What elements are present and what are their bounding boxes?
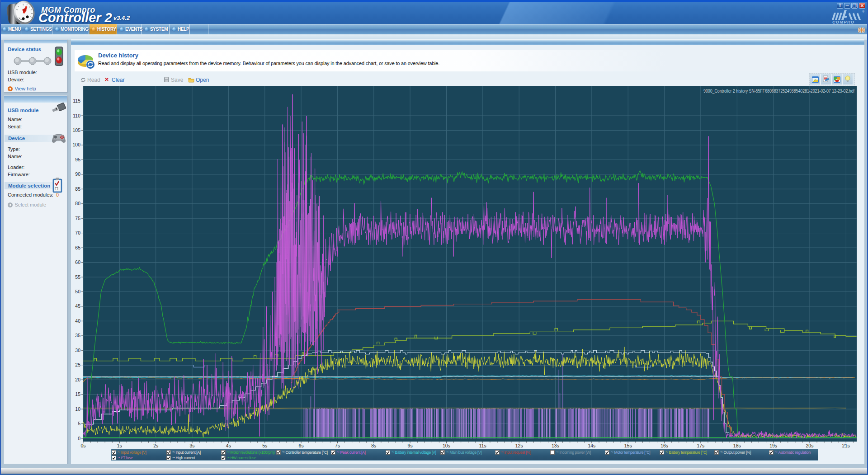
svg-text:55: 55: [75, 274, 80, 280]
svg-text:15: 15: [75, 391, 80, 397]
svg-text:15s: 15s: [624, 443, 632, 448]
svg-text:20s: 20s: [806, 443, 814, 448]
svg-text:105: 105: [72, 127, 80, 133]
svg-text:115: 115: [73, 98, 80, 103]
svg-text:85: 85: [75, 186, 80, 192]
svg-text:30: 30: [75, 348, 80, 353]
svg-text:5s: 5s: [262, 443, 267, 448]
svg-text:75: 75: [75, 216, 80, 221]
svg-text:0: 0: [78, 436, 80, 441]
svg-text:11s: 11s: [479, 443, 486, 448]
svg-text:20: 20: [75, 377, 80, 382]
svg-text:45: 45: [75, 303, 80, 309]
svg-text:4s: 4s: [226, 443, 231, 448]
svg-text:2s: 2s: [153, 443, 158, 448]
svg-text:25: 25: [75, 362, 80, 367]
svg-text:5: 5: [78, 421, 80, 426]
svg-text:3s: 3s: [189, 443, 194, 448]
svg-text:18s: 18s: [733, 443, 741, 448]
svg-text:COMPRO: COMPRO: [832, 20, 855, 24]
svg-text:21s: 21s: [842, 443, 850, 448]
svg-text:60: 60: [75, 259, 80, 265]
svg-text:14s: 14s: [588, 443, 595, 448]
svg-text:8s: 8s: [371, 443, 376, 448]
svg-text:10: 10: [75, 406, 80, 412]
svg-text:95: 95: [75, 157, 80, 162]
svg-text:50: 50: [75, 289, 80, 294]
svg-text:12s: 12s: [515, 443, 523, 448]
svg-text:100: 100: [72, 142, 80, 147]
svg-text:16s: 16s: [660, 443, 668, 448]
svg-text:65: 65: [75, 245, 80, 250]
svg-text:70: 70: [75, 230, 80, 235]
svg-text:110: 110: [73, 113, 80, 118]
svg-text:9000_Controller 2 history SN-5: 9000_Controller 2 history SN-55FF6806837…: [703, 88, 855, 94]
svg-text:40: 40: [75, 318, 80, 324]
svg-text:9s: 9s: [408, 443, 413, 448]
svg-text:35: 35: [75, 333, 80, 338]
svg-text:80: 80: [75, 201, 80, 206]
svg-text:10s: 10s: [443, 443, 450, 448]
svg-text:13s: 13s: [552, 443, 559, 448]
svg-text:6s: 6s: [299, 443, 304, 448]
svg-text:1s: 1s: [117, 443, 122, 448]
svg-text:7s: 7s: [335, 443, 340, 448]
svg-text:0s: 0s: [80, 443, 85, 448]
svg-text:®: ®: [862, 10, 865, 13]
svg-text:17s: 17s: [697, 443, 704, 448]
svg-text:19s: 19s: [769, 443, 777, 448]
svg-text:90: 90: [75, 171, 80, 177]
